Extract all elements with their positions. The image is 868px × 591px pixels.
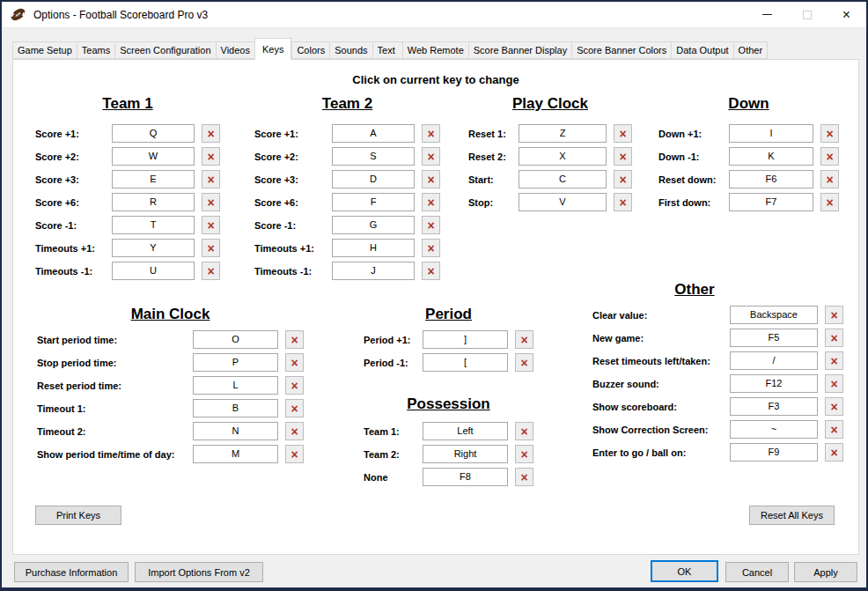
clear-key-button[interactable]: ×	[422, 193, 440, 211]
clear-key-button[interactable]: ×	[285, 399, 304, 417]
key-field[interactable]: T	[112, 216, 195, 234]
key-field[interactable]: Y	[112, 239, 195, 257]
clear-key-button[interactable]: ×	[202, 216, 220, 234]
key-field[interactable]: I	[729, 124, 813, 143]
clear-key-button[interactable]: ×	[285, 376, 304, 395]
tab-game-setup[interactable]: Game Setup	[12, 41, 77, 59]
clear-key-button[interactable]: ×	[825, 329, 843, 347]
clear-key-button[interactable]: ×	[825, 420, 843, 439]
clear-key-button[interactable]: ×	[515, 468, 533, 486]
ok-button[interactable]: OK	[651, 560, 718, 582]
key-field[interactable]: Z	[519, 124, 607, 143]
reset-all-keys-button[interactable]: Reset All Keys	[749, 506, 835, 525]
purchase-information-button[interactable]: Purchase Information	[14, 562, 129, 582]
key-field[interactable]: F8	[423, 468, 508, 486]
clear-key-button[interactable]: ×	[614, 147, 632, 166]
clear-key-button[interactable]: ×	[614, 124, 632, 143]
clear-key-button[interactable]: ×	[820, 193, 839, 211]
import-options-button[interactable]: Import Options From v2	[135, 562, 263, 582]
clear-key-button[interactable]: ×	[422, 262, 440, 280]
key-field[interactable]: F5	[730, 329, 818, 347]
clear-key-button[interactable]: ×	[422, 124, 440, 143]
cancel-button[interactable]: Cancel	[725, 562, 789, 582]
clear-key-button[interactable]: ×	[202, 124, 220, 143]
clear-key-button[interactable]: ×	[422, 239, 440, 257]
clear-key-button[interactable]: ×	[285, 445, 304, 463]
key-field[interactable]: N	[193, 422, 278, 440]
clear-key-button[interactable]: ×	[825, 443, 843, 462]
key-field[interactable]: L	[193, 376, 278, 395]
tab-score-banner-colors[interactable]: Score Banner Colors	[571, 41, 671, 59]
key-field[interactable]: E	[112, 170, 195, 188]
print-keys-button[interactable]: Print Keys	[35, 506, 121, 525]
clear-key-button[interactable]: ×	[202, 147, 220, 166]
tab-keys[interactable]: Keys	[254, 38, 291, 60]
tab-sounds[interactable]: Sounds	[329, 41, 371, 59]
clear-key-button[interactable]: ×	[515, 353, 533, 372]
key-field[interactable]: U	[112, 262, 195, 280]
key-field[interactable]: F7	[729, 193, 813, 211]
clear-key-button[interactable]: ×	[515, 330, 533, 349]
key-field[interactable]: O	[193, 330, 278, 349]
key-field[interactable]: G	[332, 216, 415, 234]
clear-key-button[interactable]: ×	[515, 422, 533, 440]
clear-key-button[interactable]: ×	[820, 124, 839, 143]
clear-key-button[interactable]: ×	[422, 170, 440, 188]
clear-key-button[interactable]: ×	[614, 170, 632, 188]
key-field[interactable]: C	[519, 170, 607, 188]
tab-text[interactable]: Text	[372, 41, 402, 59]
clear-key-button[interactable]: ×	[825, 306, 843, 324]
key-field[interactable]: ~	[730, 420, 818, 439]
close-button[interactable]: ×	[827, 2, 866, 28]
key-field[interactable]: /	[730, 351, 818, 370]
clear-key-button[interactable]: ×	[422, 216, 440, 234]
tab-data-output[interactable]: Data Output	[671, 41, 732, 59]
key-field[interactable]: Right	[423, 445, 508, 463]
key-field[interactable]: R	[112, 193, 195, 211]
key-field[interactable]: F12	[730, 374, 818, 393]
tab-videos[interactable]: Videos	[216, 41, 254, 59]
key-field[interactable]: X	[519, 147, 607, 166]
tab-other[interactable]: Other	[733, 41, 769, 59]
clear-key-button[interactable]: ×	[825, 351, 843, 370]
clear-key-button[interactable]: ×	[820, 147, 839, 166]
clear-key-button[interactable]: ×	[825, 397, 843, 416]
key-field[interactable]: H	[332, 239, 415, 257]
key-field[interactable]: P	[193, 353, 278, 372]
key-field[interactable]: Q	[112, 124, 195, 143]
key-field[interactable]: [	[423, 353, 508, 372]
tab-screen-configuration[interactable]: Screen Configuration	[114, 41, 215, 59]
clear-key-button[interactable]: ×	[825, 374, 843, 393]
key-field[interactable]: J	[332, 262, 415, 280]
clear-key-button[interactable]: ×	[422, 147, 440, 166]
clear-key-button[interactable]: ×	[202, 262, 220, 280]
key-field[interactable]: M	[193, 445, 278, 463]
maximize-button[interactable]	[787, 2, 827, 28]
key-field[interactable]: Left	[423, 422, 508, 440]
key-field[interactable]: A	[332, 124, 415, 143]
minimize-button[interactable]	[747, 2, 787, 28]
key-field[interactable]: W	[112, 147, 195, 166]
clear-key-button[interactable]: ×	[515, 445, 533, 463]
key-field[interactable]: Backspace	[730, 306, 818, 324]
key-field[interactable]: S	[332, 147, 415, 166]
key-field[interactable]: V	[519, 193, 607, 211]
clear-key-button[interactable]: ×	[285, 422, 304, 440]
key-field[interactable]: B	[193, 399, 278, 417]
key-field[interactable]: K	[729, 147, 813, 166]
key-field[interactable]: ]	[423, 330, 508, 349]
key-field[interactable]: F3	[730, 397, 818, 416]
clear-key-button[interactable]: ×	[202, 239, 220, 257]
title-bar[interactable]: Options - Football Scoreboard Pro v3 ×	[2, 2, 866, 28]
clear-key-button[interactable]: ×	[285, 330, 304, 349]
key-field[interactable]: D	[332, 170, 415, 188]
key-field[interactable]: F9	[730, 443, 818, 462]
apply-button[interactable]: Apply	[794, 562, 857, 582]
key-field[interactable]: F	[332, 193, 415, 211]
tab-teams[interactable]: Teams	[77, 41, 114, 59]
clear-key-button[interactable]: ×	[614, 193, 632, 211]
clear-key-button[interactable]: ×	[285, 353, 304, 372]
tab-score-banner-display[interactable]: Score Banner Display	[468, 41, 571, 59]
tab-web-remote[interactable]: Web Remote	[402, 41, 468, 59]
key-field[interactable]: F6	[729, 170, 813, 188]
